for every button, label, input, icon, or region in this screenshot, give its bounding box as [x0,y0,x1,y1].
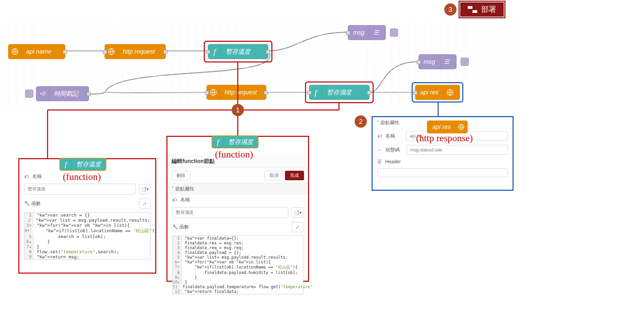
node-function-humidity[interactable]: f 暫存濕度 [309,85,370,100]
node-label: http request [220,89,262,96]
bookmark-button[interactable]: 📑▾ [139,184,150,194]
dialog-title: 編輯function節點 [172,158,215,165]
debug-toggle[interactable] [390,29,398,37]
input-port[interactable] [413,91,417,95]
input-port[interactable] [346,31,350,35]
name-label: 名稱 [32,173,42,180]
deploy-icon [468,6,477,13]
input-port[interactable] [206,50,210,54]
function-icon: f [60,160,72,169]
wrench-icon: 🔧 [172,224,178,229]
expand-button[interactable]: ⤢ [139,199,150,209]
function-icon: f [212,137,224,146]
list-icon: ☰ [369,25,382,40]
func-label: 函數 [179,224,189,229]
node-http-request-1[interactable]: http request [105,44,166,59]
name-label: 名稱 [180,197,190,203]
annotation-function: (function) [215,149,253,160]
arrow-left-icon: ← [377,147,382,153]
panel-node-chip: f 暫存溫度 [59,158,106,171]
deploy-button[interactable]: 部署 [460,2,504,17]
annotation-http-response: (http response) [416,133,473,144]
step-badge-2: 2 [355,115,367,128]
name-input[interactable]: 暫存溫度 [24,184,136,195]
panel-node-chip: api res [427,121,468,133]
node-api-res[interactable]: api res [415,85,460,100]
node-debug-msg-2[interactable]: msg ☰ [418,54,457,69]
tag-icon: 🏷 [172,197,177,203]
node-label: api res [415,89,443,96]
cancel-button[interactable]: 取消 [265,171,284,180]
panel-function-humidity: f 暫存濕度 (function) 編輯function節點 刪除 取消 完成 … [166,136,309,282]
inject-toggle[interactable] [25,90,33,98]
list-icon: ☰ [440,55,453,69]
node-debug-msg-1[interactable]: msg ☰ [348,25,386,40]
code-editor[interactable]: 1"kw">var finaldata={};2finaldata.res = … [172,236,303,294]
status-label: 狀態碼 [386,147,400,153]
name-input[interactable]: 暫存濕度 [172,207,288,218]
node-label: msg [348,29,369,36]
bookmark-button[interactable]: 📑▾ [292,207,303,218]
globe-icon [8,44,21,59]
done-button[interactable]: 完成 [285,171,304,180]
output-port[interactable] [264,91,268,95]
func-label: 函數 [31,201,41,206]
node-label: api name [21,48,56,55]
list-icon: ☰ [377,159,382,164]
node-api-name[interactable]: api name [8,44,65,59]
output-port[interactable] [63,50,67,54]
section-header[interactable]: ˅ 節點屬性 [167,183,308,195]
delete-button[interactable]: 刪除 [172,171,191,180]
expand-button[interactable]: ⤢ [292,222,303,232]
node-timestamp[interactable]: ➪ 時間戳記 [36,86,89,101]
node-label: 暫存溫度 [221,48,255,56]
input-port[interactable] [103,50,107,54]
globe-icon [443,85,456,99]
arrow-right-icon: ➪ [36,87,49,101]
output-port[interactable] [163,50,167,54]
code-editor[interactable]: 1"kw">var search = {}2"kw">var list = ms… [24,212,150,260]
node-function-temperature[interactable]: f 暫存溫度 [208,44,268,59]
tag-icon: 🏷 [377,133,382,139]
input-port[interactable] [205,91,209,95]
tag-icon: 🏷 [24,174,29,179]
wrench-icon: 🔧 [24,201,30,206]
deploy-highlight: 部署 [459,1,505,18]
output-port[interactable] [367,91,371,95]
header-label: Header [385,159,401,164]
step-badge-1: 1 [232,104,244,116]
output-port[interactable] [266,50,270,54]
debug-toggle[interactable] [461,58,469,66]
node-label: 暫存濕度 [322,88,356,96]
input-port[interactable] [417,60,421,64]
node-label: msg [419,58,440,66]
panel-http-response: api res (http response) ˅ 節點屬性 🏷 名稱 api … [372,116,514,191]
globe-icon [455,124,467,130]
annotation-function: (function) [63,171,101,182]
deploy-label: 部署 [481,4,496,15]
statuscode-input[interactable] [407,145,508,155]
node-label: http request [118,48,160,55]
name-label: 名稱 [386,133,395,139]
step-badge-3: 3 [444,3,457,16]
node-http-request-2[interactable]: http request [207,85,266,100]
node-label: 時間戳記 [49,90,83,98]
header-input[interactable] [377,168,508,177]
panel-function-temperature: f 暫存溫度 (function) 🏷 名稱 暫存溫度 📑▾ 🔧 函數 ⤢ 1"… [18,158,156,274]
panel-node-chip: f 暫存濕度 [212,135,258,148]
input-port[interactable] [307,91,311,95]
output-port[interactable] [87,92,91,96]
